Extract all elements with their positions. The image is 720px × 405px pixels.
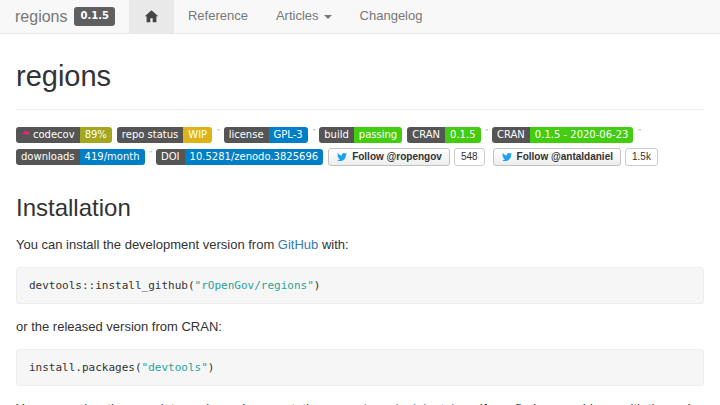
main-content: regions ☂ codecov 89% repo status WIP " …: [0, 55, 720, 405]
code-text: devtools::install_github(: [29, 279, 195, 292]
badge-label: CRAN: [492, 127, 530, 143]
badge-cran-release-date[interactable]: CRAN 0.1.5 - 2020-06-23: [492, 127, 633, 143]
stray-quote-artifact: ": [638, 127, 641, 137]
badge-license[interactable]: license GPL-3: [224, 127, 308, 143]
twitter-follow-ropengov: Follow @ropengov 548: [328, 148, 484, 166]
badge-label: license: [224, 127, 269, 143]
badge-value: 10.5281/zenodo.3825696: [185, 149, 324, 165]
codecov-umbrella-icon: ☂: [21, 130, 30, 140]
stray-quote-artifact: ": [217, 127, 220, 137]
badge-doi[interactable]: DOI 10.5281/zenodo.3825696: [156, 149, 323, 165]
stray-quote-artifact: ": [313, 127, 316, 137]
badge-value: WIP: [183, 127, 212, 143]
text-segment: with:: [318, 237, 348, 252]
text-segment: You can install the development version …: [16, 237, 278, 252]
code-string: "devtools": [142, 361, 208, 374]
paragraph-install-cran: or the released version from CRAN:: [16, 318, 704, 337]
twitter-follow-button[interactable]: Follow @antaldaniel: [493, 148, 621, 166]
version-badge: 0.1.5: [74, 7, 114, 26]
badge-value: passing: [354, 127, 402, 143]
twitter-follower-count[interactable]: 548: [454, 148, 485, 166]
brand-title: regions: [15, 5, 67, 28]
badge-value: GPL-3: [269, 127, 308, 143]
link-docs-site[interactable]: regions.danielantal.eu: [345, 401, 472, 405]
badge-label: DOI: [156, 149, 185, 165]
divider: [16, 109, 704, 110]
page-title: regions: [16, 55, 704, 97]
twitter-follow-label: Follow @antaldaniel: [517, 151, 613, 163]
code-text: ): [314, 279, 321, 292]
twitter-bird-icon: [501, 152, 513, 162]
nav-item-articles[interactable]: Articles: [262, 0, 346, 33]
stray-quote-artifact: ": [486, 127, 489, 137]
badge-value: 0.1.5 - 2020-06-23: [530, 127, 634, 143]
code-block-install-github: devtools::install_github("rOpenGov/regio…: [16, 267, 704, 304]
badge-row-2: downloads 419/month " DOI 10.5281/zenodo…: [16, 148, 704, 166]
home-icon: [143, 8, 160, 25]
badge-label: CRAN: [407, 127, 445, 143]
badge-repo-status[interactable]: repo status WIP: [117, 127, 212, 143]
code-string: "rOpenGov/regions": [195, 279, 314, 292]
paragraph-install-dev: You can install the development version …: [16, 236, 704, 255]
badge-value: 419/month: [80, 149, 145, 165]
nav-item-changelog[interactable]: Changelog: [346, 0, 437, 33]
link-github[interactable]: GitHub: [278, 237, 318, 252]
navbar: regions 0.1.5 Reference Articles Changel…: [0, 0, 720, 34]
nav-item-home[interactable]: [129, 0, 174, 33]
badge-value: 89%: [80, 127, 112, 143]
badge-row-1: ☂ codecov 89% repo status WIP " license …: [16, 127, 704, 143]
badge-label-text: codecov: [33, 130, 75, 140]
badge-codecov[interactable]: ☂ codecov 89%: [16, 127, 112, 143]
nav-label-changelog: Changelog: [360, 7, 423, 26]
badge-label: ☂ codecov: [16, 127, 80, 143]
twitter-follow-antaldaniel: Follow @antaldaniel 1.5k: [493, 148, 658, 166]
twitter-follow-label: Follow @ropengov: [352, 151, 442, 163]
code-text: install.packages(: [29, 361, 142, 374]
paragraph-documentation: You can review the complete package docu…: [16, 400, 704, 405]
text-segment: You can review the complete package docu…: [16, 401, 345, 405]
nav-label-articles: Articles: [276, 7, 319, 26]
section-heading-installation: Installation: [16, 191, 704, 226]
badge-label: downloads: [16, 149, 80, 165]
badge-value: 0.1.5: [445, 127, 480, 143]
badge-build[interactable]: build passing: [319, 127, 402, 143]
navbar-items: Reference Articles Changelog: [129, 0, 437, 33]
stray-quote-artifact: ": [150, 149, 153, 159]
twitter-follow-button[interactable]: Follow @ropengov: [328, 148, 450, 166]
badge-downloads[interactable]: downloads 419/month: [16, 149, 145, 165]
twitter-follower-count[interactable]: 1.5k: [625, 148, 658, 166]
code-block-install-packages: install.packages("devtools"): [16, 349, 704, 386]
code-text: ): [208, 361, 215, 374]
badge-label: build: [319, 127, 354, 143]
chevron-down-icon: [324, 15, 332, 19]
badge-label: repo status: [117, 127, 183, 143]
navbar-brand[interactable]: regions 0.1.5: [0, 0, 129, 33]
nav-item-reference[interactable]: Reference: [174, 0, 262, 33]
nav-label-reference: Reference: [188, 7, 248, 26]
badge-cran-version[interactable]: CRAN 0.1.5: [407, 127, 480, 143]
twitter-bird-icon: [336, 152, 348, 162]
